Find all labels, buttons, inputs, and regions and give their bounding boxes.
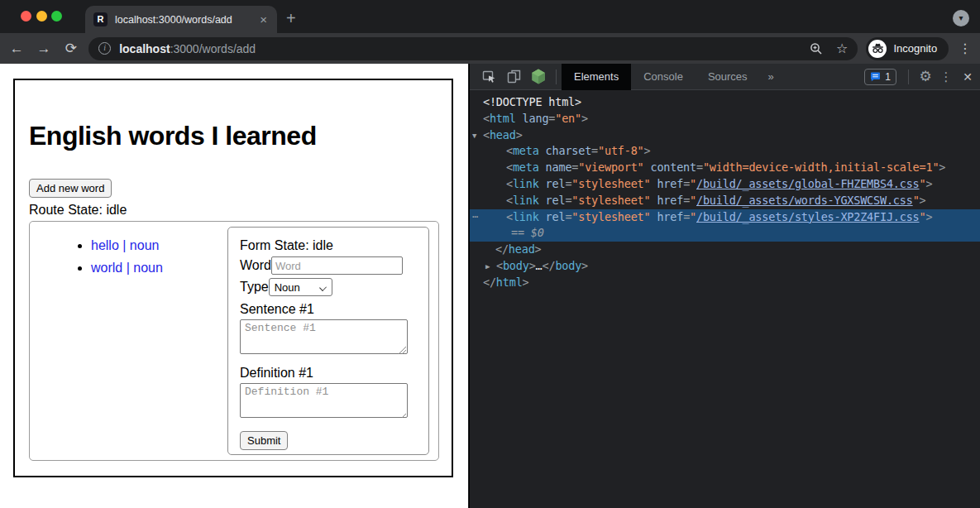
back-button[interactable]: ← — [3, 41, 31, 57]
word-input[interactable] — [271, 256, 403, 275]
tab-console[interactable]: Console — [631, 64, 696, 90]
token-tag: link — [513, 210, 539, 223]
new-tab-button[interactable]: + — [286, 10, 296, 26]
more-tabs-icon[interactable]: » — [760, 70, 782, 83]
words-panel: hello | noun world | noun Form State: id… — [29, 221, 439, 461]
token-tag: link — [513, 177, 539, 190]
token-tag: html — [496, 276, 523, 289]
resize-grip-icon[interactable] — [399, 410, 406, 418]
tab-sources[interactable]: Sources — [696, 64, 760, 90]
token-punct: < — [506, 144, 513, 157]
line-actions-icon[interactable]: ⋯ — [472, 209, 478, 226]
code-line[interactable]: == $0 — [470, 225, 980, 242]
token-punct: < — [483, 112, 490, 125]
device-toolbar-icon[interactable] — [501, 64, 526, 90]
minimize-window-button[interactable] — [36, 11, 47, 22]
token-tag: body — [555, 259, 581, 272]
token-tag: head — [509, 242, 535, 256]
code-line[interactable]: <link rel="stylesheet" href="/build/_ass… — [470, 193, 980, 209]
definition-label: Definition #1 — [240, 366, 417, 381]
token-punct: </ — [495, 242, 509, 256]
forward-button[interactable]: → — [31, 41, 58, 57]
definition-textarea-wrap — [240, 381, 408, 421]
submit-button[interactable]: Submit — [240, 431, 288, 450]
window-chevron-icon[interactable]: ▾ — [953, 10, 969, 26]
add-new-word-button[interactable]: Add new word — [29, 179, 112, 198]
browser-menu-icon[interactable]: ⋮ — [957, 41, 973, 56]
code-line[interactable]: </head> — [470, 242, 980, 258]
code-line[interactable]: </html> — [470, 275, 980, 291]
token-punct: < — [506, 194, 513, 207]
token-link[interactable]: /build/_assets/styles-XP2Z4FIJ.css — [696, 210, 920, 223]
token-tag: body — [503, 259, 529, 272]
token-punct: > — [535, 242, 542, 256]
zoom-icon[interactable] — [810, 42, 823, 55]
sentence-textarea-wrap — [240, 317, 408, 357]
resize-grip-icon[interactable] — [399, 347, 406, 354]
code-line[interactable]: <!DOCTYPE html> — [470, 94, 980, 111]
tab-elements[interactable]: Elements — [562, 64, 631, 90]
url-host: localhost — [119, 42, 170, 55]
list-item: world | noun — [91, 261, 163, 276]
nodejs-icon[interactable] — [526, 64, 551, 90]
code-line[interactable]: <link rel="stylesheet" href="/build/_ass… — [470, 176, 980, 193]
close-icon[interactable]: ✕ — [955, 70, 980, 84]
token-plain — [539, 161, 546, 174]
token-attr: name — [546, 161, 572, 174]
definition-textarea[interactable] — [240, 383, 408, 418]
token-plain — [539, 144, 546, 157]
close-window-button[interactable] — [21, 11, 31, 22]
word-list: hello | noun world | noun — [68, 238, 163, 283]
form-state-text: Form State: idle — [240, 238, 417, 253]
speech-bubble-icon — [870, 72, 881, 82]
token-punct: </ — [483, 276, 496, 289]
sentence-label: Sentence #1 — [240, 302, 417, 317]
dom-tree: <!DOCTYPE html><html lang="en">▼<head><m… — [470, 90, 980, 291]
word-label: Word — [240, 258, 271, 273]
url-text: localhost:3000/words/add — [119, 42, 256, 55]
token-doctype: <!DOCTYPE html> — [483, 95, 581, 108]
type-row: Type Noun — [240, 278, 417, 296]
token-link[interactable]: /build/_assets/global-FHZEMBS4.css — [696, 177, 920, 190]
devtools-menu-icon[interactable]: ⋮ — [937, 69, 955, 84]
word-link-world[interactable]: world | noun — [91, 261, 163, 275]
token-punct: > — [644, 144, 651, 157]
bookmark-star-icon[interactable]: ☆ — [836, 41, 848, 56]
token-punct: > — [523, 276, 529, 289]
sentence-textarea[interactable] — [240, 319, 408, 354]
token-punct: = — [591, 144, 598, 157]
token-val: "width=device-width,initial-scale=1" — [703, 161, 939, 174]
type-select[interactable]: Noun — [269, 278, 332, 296]
gear-icon[interactable]: ⚙ — [914, 68, 937, 85]
fullscreen-window-button[interactable] — [51, 11, 62, 22]
browser-tab[interactable]: R localhost:3000/words/add × — [85, 6, 277, 33]
code-line[interactable]: <meta charset="utf-8"> — [470, 143, 980, 160]
console-messages-badge[interactable]: 1 — [864, 69, 896, 85]
word-link-hello[interactable]: hello | noun — [91, 238, 159, 252]
code-line[interactable]: <meta name="viewport" content="width=dev… — [470, 160, 980, 176]
token-eq: == — [511, 226, 531, 239]
token-punct: = — [696, 161, 703, 174]
code-line[interactable]: ▶<body>…</body> — [470, 258, 980, 275]
url-path: :3000/words/add — [170, 42, 256, 55]
token-val: " — [690, 210, 696, 223]
reload-button[interactable]: ⟳ — [57, 40, 84, 57]
console-message-count: 1 — [885, 71, 891, 83]
site-info-icon[interactable]: i — [98, 42, 111, 55]
token-punct: > — [925, 177, 932, 190]
type-select-value: Noun — [275, 281, 300, 294]
address-bar[interactable]: i localhost:3000/words/add ☆ — [88, 37, 858, 60]
browser-toolbar: ← → ⟳ i localhost:3000/words/add ☆ Incog… — [0, 33, 980, 64]
web-page-viewport: English words I learned Add new word Rou… — [0, 64, 468, 508]
code-line[interactable]: ▼<head> — [470, 127, 980, 144]
code-line[interactable]: ⋯<link rel="stylesheet" href="/build/_as… — [470, 209, 980, 226]
token-punct: < — [496, 259, 503, 272]
code-line[interactable]: <html lang="en"> — [470, 111, 980, 127]
token-link[interactable]: /build/_assets/words-YGXSWCSW.css — [696, 194, 913, 207]
devtools-panel: Elements Console Sources » 1 ⚙ ⋮ ✕ <!DOC… — [469, 64, 980, 508]
token-punct: > — [925, 210, 932, 223]
inspect-element-icon[interactable] — [476, 64, 501, 90]
tab-close-icon[interactable]: × — [258, 13, 269, 26]
add-word-form: Form State: idle Word Type Noun Sentence… — [227, 227, 429, 455]
token-punct: > — [516, 128, 523, 141]
